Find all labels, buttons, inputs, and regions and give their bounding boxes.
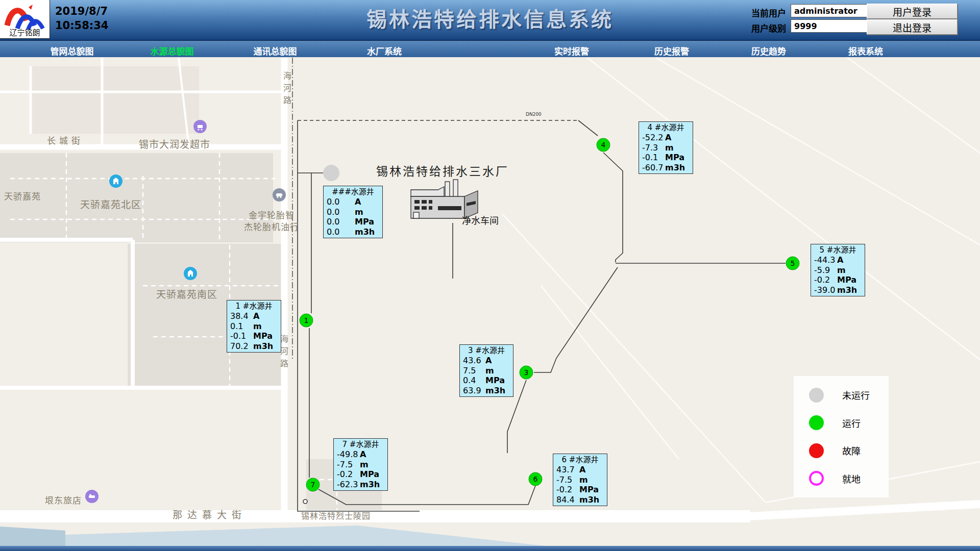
well-measurement-row: 0.0m: [327, 207, 379, 217]
well-unit: m: [665, 143, 690, 153]
well-measurement-row: -7.3m: [642, 143, 690, 153]
well-unit: m3h: [665, 163, 690, 173]
window-bottom-edge: [0, 546, 980, 551]
street-label-12: 锡林浩特烈士陵园: [301, 509, 371, 521]
well-value: -0.1: [642, 153, 665, 163]
well-box-6[interactable]: 6 #水源井43.7A-7.5m-0.2MPa84.4m3h: [553, 454, 607, 506]
legend-local-icon: [809, 471, 824, 486]
well-unit: m3h: [837, 285, 862, 295]
well-measurement-row: -60.7m3h: [642, 163, 690, 173]
legend-item-idle: 未运行: [794, 388, 889, 403]
well-box-3[interactable]: 3 #水源井43.6A7.5m0.4MPa63.9m3h: [459, 344, 513, 397]
well-unit: MPa: [485, 375, 510, 386]
well-value: 0.4: [463, 375, 485, 386]
legend-panel: 未运行运行故障就地: [794, 376, 889, 497]
nav-item-7[interactable]: 历史趋势: [751, 44, 786, 57]
logout-button[interactable]: 退出登录: [867, 19, 958, 35]
nav-item-8[interactable]: 报表系统: [848, 44, 883, 57]
nav-item-5[interactable]: 实时报警: [554, 44, 589, 57]
user-level-field[interactable]: [791, 19, 868, 33]
current-user-label: 当前用户: [751, 6, 786, 19]
legend-label: 故障: [842, 444, 861, 457]
well-box-7[interactable]: 7 #水源井-49.8A-7.5m-0.2MPa-62.3m3h: [333, 438, 388, 491]
well-unit: m: [485, 366, 510, 376]
well-title: 1 #水源井: [230, 301, 278, 311]
well-marker-4[interactable]: 4: [597, 138, 610, 152]
well-unit: MPa: [253, 331, 278, 341]
legend-label: 就地: [842, 472, 861, 485]
well-box-1[interactable]: 1 #水源井38.4A0.1m-0.1MPa70.2m3h: [227, 300, 281, 353]
nav-item-4[interactable]: 水厂系统: [367, 44, 402, 57]
well-marker-3[interactable]: 3: [520, 366, 533, 380]
building-icon: [184, 267, 197, 282]
legend-item-fault: 故障: [794, 443, 889, 458]
well-value: -0.2: [556, 485, 579, 495]
well-unit: m: [355, 207, 379, 217]
well-measurement-row: -52.2A: [642, 133, 690, 143]
current-user-field[interactable]: [791, 4, 868, 17]
building-icon: [109, 174, 122, 190]
well-value: -7.5: [337, 460, 360, 470]
well-measurement-row: -62.3m3h: [337, 480, 384, 490]
street-label-10: 垠东旅店: [45, 493, 82, 506]
well-value: 70.2: [230, 341, 253, 352]
login-button[interactable]: 用户登录: [867, 4, 958, 19]
well-measurement-row: -0.2MPa: [337, 469, 384, 480]
well-measurement-row: 0.0MPa: [327, 217, 379, 227]
well-value: 38.4: [230, 311, 253, 321]
nav-item-1[interactable]: 管网总貌图: [51, 44, 94, 57]
well-measurement-row: -0.1MPa: [642, 153, 690, 163]
well-unit: A: [579, 465, 604, 475]
header: 辽宁铭朗 2019/8/7 10:58:34 锡林浩特给排水信息系统 当前用户 …: [0, 0, 980, 40]
well-unit: m3h: [579, 495, 604, 505]
well-box-5[interactable]: 5 #水源井-44.3A-5.9m-0.2MPa-39.0m3h: [811, 244, 865, 296]
street-label-7: 杰轮胎机油行: [244, 220, 299, 233]
well-box-4[interactable]: 4 #水源井-52.2A-7.3m-0.1MPa-60.7m3h: [639, 121, 693, 174]
well-unit: m3h: [360, 480, 384, 490]
well-measurement-row: -39.0m3h: [814, 285, 862, 295]
well-title: ###水源井: [327, 187, 379, 197]
well-measurement-row: 0.0A: [327, 197, 379, 207]
well-value: -0.2: [814, 275, 837, 285]
well-value: -62.3: [337, 480, 360, 490]
well-measurement-row: -0.2MPa: [556, 485, 604, 495]
well-value: 0.0: [327, 217, 355, 227]
plant-title: 锡林浩特给排水三水厂: [376, 162, 509, 179]
street-label-3: 锡市大润发超市: [139, 137, 210, 151]
well-value: 43.7: [556, 465, 579, 475]
nav-item-6[interactable]: 历史报警: [654, 44, 689, 57]
well-unit: MPa: [355, 217, 379, 227]
well-measurement-row: -7.5m: [556, 475, 604, 485]
nav-item-3[interactable]: 通讯总貌图: [254, 44, 297, 57]
well-marker-5[interactable]: 5: [786, 257, 800, 270]
well-value: 43.6: [463, 356, 485, 366]
valve-icon: [303, 499, 307, 504]
well-unit: MPa: [360, 469, 384, 480]
well-marker-1[interactable]: 1: [300, 314, 313, 328]
well-marker-6[interactable]: 6: [529, 472, 543, 486]
well-unit: A: [665, 133, 690, 143]
well-value: -7.5: [556, 475, 579, 485]
workshop-label: 净水车间: [462, 213, 499, 227]
map-area[interactable]: 海河路长城街锡市大润发超市天骄嘉苑天骄嘉苑北区金宇轮胎智杰轮胎机油行天骄嘉苑南区…: [0, 0, 980, 551]
well-box-unknown[interactable]: ###水源井0.0A0.0m0.0MPa0.0m3h: [323, 186, 383, 238]
nav-item-2[interactable]: 水源总貌图: [151, 44, 194, 57]
street-label-2: 长城街: [47, 134, 84, 146]
well-marker-idle[interactable]: [323, 165, 339, 181]
well-value: 7.5: [463, 366, 485, 376]
well-measurement-row: -0.1MPa: [230, 331, 278, 341]
well-measurement-row: 38.4A: [230, 311, 278, 321]
well-value: -60.7: [642, 163, 665, 173]
well-value: -44.3: [814, 255, 837, 265]
well-unit: MPa: [665, 153, 690, 163]
well-measurement-row: 43.6A: [463, 356, 510, 366]
well-title: 3 #水源井: [463, 345, 510, 356]
well-marker-7[interactable]: 7: [306, 478, 320, 492]
street-label-5: 天骄嘉苑北区: [80, 197, 141, 211]
cart-icon: [193, 120, 207, 135]
well-unit: MPa: [579, 485, 604, 495]
app-window: 海河路长城街锡市大润发超市天骄嘉苑天骄嘉苑北区金宇轮胎智杰轮胎机油行天骄嘉苑南区…: [0, 0, 980, 551]
legend-label: 运行: [842, 416, 861, 430]
well-value: -52.2: [642, 133, 665, 143]
well-value: 0.0: [327, 227, 355, 237]
